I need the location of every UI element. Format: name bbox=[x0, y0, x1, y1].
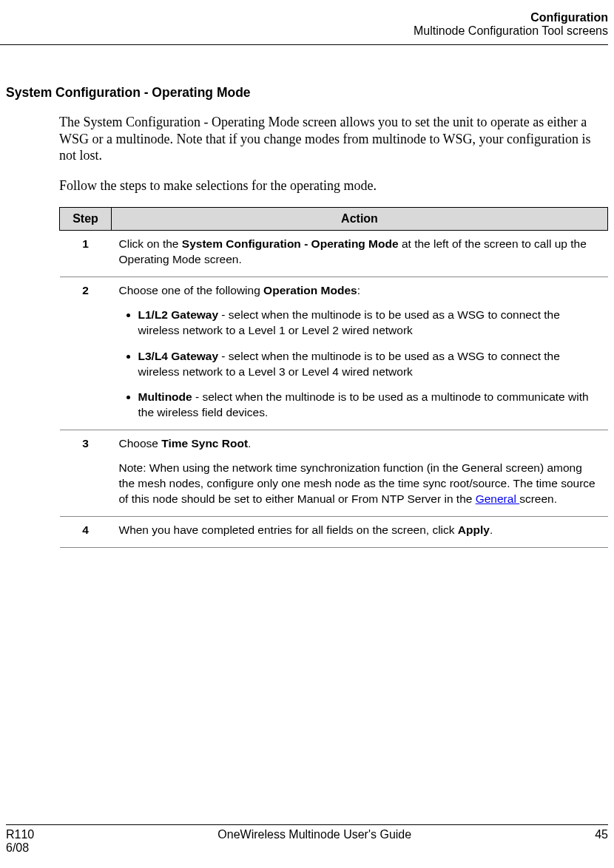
header-title: Configuration bbox=[0, 11, 608, 24]
intro-paragraph: The System Configuration - Operating Mod… bbox=[59, 114, 608, 164]
general-link[interactable]: General bbox=[476, 492, 519, 505]
footer-left: R110 6/08 bbox=[6, 828, 34, 855]
table-row: 3 Choose Time Sync Root. Note: When usin… bbox=[60, 430, 608, 517]
list-item: L1/L2 Gateway - select when the multinod… bbox=[138, 308, 601, 339]
table-row: 1 Click on the System Configuration - Op… bbox=[60, 231, 608, 277]
follow-paragraph: Follow the steps to make selections for … bbox=[59, 177, 608, 194]
table-row: 2 Choose one of the following Operation … bbox=[60, 277, 608, 430]
step-action: Click on the System Configuration - Oper… bbox=[112, 231, 608, 277]
footer-right: 45 bbox=[595, 828, 608, 841]
table-header-action: Action bbox=[112, 208, 608, 231]
step-action: When you have completed entries for all … bbox=[112, 516, 608, 547]
footer-rule bbox=[6, 824, 608, 825]
table-row: 4 When you have completed entries for al… bbox=[60, 516, 608, 547]
step-action: Choose Time Sync Root. Note: When using … bbox=[112, 430, 608, 517]
step-number: 1 bbox=[60, 231, 112, 277]
section-heading: System Configuration - Operating Mode bbox=[6, 85, 608, 101]
page-footer: R110 6/08 OneWireless Multinode User's G… bbox=[6, 824, 608, 855]
header-rule bbox=[0, 44, 608, 45]
step-number: 4 bbox=[60, 516, 112, 547]
list-item: Multinode - select when the multinode is… bbox=[138, 390, 601, 421]
page-header: Configuration Multinode Configuration To… bbox=[0, 11, 614, 38]
step-number: 3 bbox=[60, 430, 112, 517]
step-action: Choose one of the following Operation Mo… bbox=[112, 277, 608, 430]
table-header-step: Step bbox=[60, 208, 112, 231]
steps-table: Step Action 1 Click on the System Config… bbox=[59, 207, 608, 548]
step-number: 2 bbox=[60, 277, 112, 430]
list-item: L3/L4 Gateway - select when the multinod… bbox=[138, 349, 601, 380]
bullet-list: L1/L2 Gateway - select when the multinod… bbox=[119, 308, 601, 421]
main-content: System Configuration - Operating Mode Th… bbox=[6, 85, 608, 548]
footer-center: OneWireless Multinode User's Guide bbox=[217, 828, 411, 841]
header-subtitle: Multinode Configuration Tool screens bbox=[0, 24, 608, 38]
